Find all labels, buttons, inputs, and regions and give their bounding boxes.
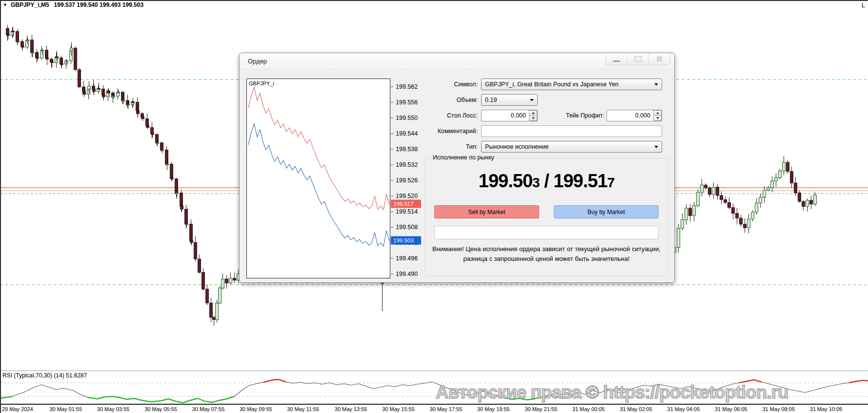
minimize-icon: [613, 60, 620, 62]
chevron-down-icon: [654, 146, 658, 148]
scale-tick: [391, 258, 393, 259]
buy-by-market-button[interactable]: Buy by Market: [554, 205, 659, 218]
time-axis-label: 31 May 08:05: [762, 406, 795, 412]
symbol-select-value: GBPJPY_i, Great Britain Pound vs Japanes…: [485, 79, 619, 90]
time-axis-label: 31 May 02:05: [620, 406, 652, 412]
order-type-select[interactable]: Рыночное исполнение: [481, 141, 662, 153]
close-button[interactable]: ✕: [648, 53, 670, 65]
market-execution-group: Исполнение по рынку 199.503 / 199.517 Se…: [425, 158, 668, 276]
spin-up-button[interactable]: [653, 110, 662, 116]
sell-by-market-button[interactable]: Sell by Market: [434, 205, 539, 218]
time-axis-label: 29 May 2024: [2, 406, 33, 412]
ask-price-big: 199.51: [553, 171, 607, 191]
dialog-titlebar[interactable]: Ордер ✕: [240, 53, 674, 70]
bid-price-big: 199.50: [479, 171, 532, 191]
tick-chart: GBPJPY_i: [246, 79, 390, 278]
order-type-select-value: Рыночное исполнение: [485, 141, 548, 152]
time-axis-label: 30 May 15:55: [382, 406, 415, 412]
scale-tick: [391, 102, 393, 103]
ask-price-badge: 199.517: [391, 200, 421, 208]
scale-tick: [391, 227, 393, 228]
clipped-price-scale-text: L: [862, 1, 865, 9]
volume-select-value: 0.19: [485, 95, 497, 105]
arrow-up-icon: [656, 112, 659, 114]
window-controls: ✕: [606, 53, 670, 65]
quote-separator: /: [540, 171, 554, 191]
ohlc-quote-bar[interactable]: ▼ GBPJPY_i,M5 199.537 199.540 199.493 19…: [3, 1, 143, 8]
scale-label: 199.532: [396, 161, 418, 168]
scale-label: 199.514: [396, 208, 418, 215]
warning-text-line1: Внимание! Цена исполнения ордера зависит…: [425, 244, 667, 254]
time-axis-label: 31 May 10:05: [810, 406, 843, 412]
time-axis-label: 30 May 13:55: [335, 406, 367, 412]
time-axis-label: 30 May 19:55: [477, 406, 510, 412]
scale-label: 199.490: [396, 271, 418, 277]
time-axis-label: 30 May 05:55: [144, 406, 177, 412]
scale-label: 199.508: [396, 224, 418, 231]
maximize-button[interactable]: [627, 53, 648, 65]
bid-price-small: 3: [532, 175, 540, 190]
maximize-icon: [634, 56, 642, 62]
dropdown-arrow-icon: ▼: [3, 2, 7, 7]
time-axis-label: 30 May 17:55: [430, 406, 463, 412]
rsi-indicator-pane[interactable]: RSI (Typical,70,30) (14) 51.6287: [0, 371, 868, 404]
order-dialog: Ордер ✕ GBPJPY_i 199.562199.556199.55019…: [239, 53, 675, 283]
scale-tick: [391, 212, 393, 212]
scale-tick: [391, 196, 393, 197]
take-profit-field-wrap: [606, 110, 662, 121]
close-icon: ✕: [656, 54, 663, 64]
scale-tick: [391, 180, 393, 181]
time-axis-label: 30 May 07:55: [192, 406, 225, 412]
comment-label: Комментарий:: [401, 125, 478, 137]
time-axis-label: 30 May 03:55: [97, 406, 130, 412]
scale-label: 199.496: [396, 255, 418, 262]
tick-chart-canvas: [247, 79, 390, 278]
arrow-down-icon: [656, 117, 659, 119]
rsi-indicator-label: RSI (Typical,70,30) (14) 51.6287: [2, 372, 87, 379]
scale-tick: [391, 87, 393, 87]
time-axis-label: 31 May 06:05: [715, 406, 747, 412]
stop-loss-label: Стоп Лосс:: [401, 110, 478, 121]
time-axis-label: 30 May 01:55: [49, 406, 82, 412]
time-axis-label: 31 May 00:05: [572, 406, 605, 412]
comment-input[interactable]: [481, 125, 662, 137]
take-profit-label: Тейк Профит:: [532, 110, 605, 121]
volume-label: Объем:: [401, 94, 478, 106]
tick-chart-symbol-label: GBPJPY_i: [249, 80, 274, 86]
volume-select[interactable]: 0.19: [481, 94, 538, 106]
scale-label: 199.520: [396, 193, 418, 199]
chevron-down-icon: [530, 99, 534, 101]
warning-text-line2: разница с запрошенной ценой может быть з…: [425, 254, 667, 264]
stop-loss-field-wrap: [481, 110, 538, 121]
scale-tick: [391, 134, 393, 134]
time-axis-label: 30 May 09:55: [240, 406, 272, 412]
execution-result-field: [434, 226, 659, 239]
scale-tick: [391, 149, 393, 150]
ohlc-quote-text: GBPJPY_i,M5 199.537 199.540 199.493 199.…: [11, 1, 143, 8]
bid-ask-quote: 199.503 / 199.517: [425, 167, 667, 198]
market-execution-group-label: Исполнение по рынку: [430, 154, 497, 161]
ask-price-small: 7: [607, 175, 615, 190]
scale-tick: [391, 165, 393, 165]
rsi-canvas: [0, 371, 868, 404]
spin-down-button[interactable]: [653, 116, 662, 121]
chevron-down-icon: [654, 83, 658, 86]
time-axis-label: 31 May 04:05: [667, 406, 700, 412]
time-axis[interactable]: 29 May 202430 May 01:5530 May 03:5530 Ma…: [0, 404, 868, 413]
time-axis-label: 30 May 21:55: [525, 406, 557, 412]
symbol-select[interactable]: GBPJPY_i, Great Britain Pound vs Japanes…: [481, 79, 662, 90]
dialog-title: Ордер: [248, 53, 267, 70]
scale-label: 199.526: [396, 177, 418, 184]
type-label: Тип:: [401, 141, 478, 153]
scale-tick: [391, 118, 393, 118]
time-axis-label: 30 May 11:55: [287, 406, 319, 412]
bid-price-badge: 199.503: [391, 236, 421, 245]
scale-tick: [391, 274, 393, 275]
symbol-label: Символ:: [401, 79, 478, 90]
minimize-button[interactable]: [606, 53, 627, 65]
take-profit-spinner: [653, 110, 662, 121]
price-scale: 199.562199.556199.550199.544199.538199.5…: [391, 79, 430, 279]
